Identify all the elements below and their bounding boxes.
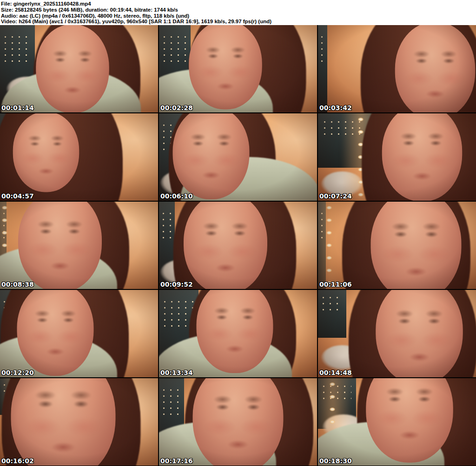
vignette-overlay (159, 202, 317, 289)
timestamp-overlay: 00:08:38 (1, 281, 34, 288)
vignette-overlay (159, 290, 317, 377)
timestamp-overlay: 00:09:52 (160, 281, 193, 288)
thumbnail-frame: 00:11:06 (318, 202, 476, 289)
vignette-overlay (0, 113, 158, 201)
vignette-overlay (159, 113, 317, 201)
timestamp-overlay: 00:14:48 (319, 369, 352, 376)
thumbnail-grid: 00:01:14 00:02:28 00:03:42 (0, 25, 476, 466)
contact-sheet: File: gingerlynx_202511160428.mp4 Size: … (0, 0, 476, 466)
thumbnail-frame: 00:07:24 (318, 113, 476, 201)
thumbnail-frame: 00:04:57 (0, 113, 158, 201)
timestamp-overlay: 00:13:34 (160, 369, 193, 376)
timestamp-overlay: 00:07:24 (319, 193, 352, 199)
timestamp-overlay: 00:11:06 (319, 281, 352, 288)
metadata-header: File: gingerlynx_202511160428.mp4 Size: … (0, 0, 476, 25)
thumbnail-frame: 00:13:34 (159, 290, 317, 377)
timestamp-overlay: 00:02:28 (160, 105, 193, 111)
timestamp-overlay: 00:03:42 (319, 105, 352, 111)
thumbnail-frame: 00:18:30 (318, 378, 476, 466)
thumbnail-frame: 00:12:20 (0, 290, 158, 377)
thumbnail-frame: 00:16:02 (0, 378, 158, 466)
vignette-overlay (159, 25, 317, 112)
vignette-overlay (318, 25, 476, 112)
vignette-overlay (159, 378, 317, 466)
timestamp-overlay: 00:06:10 (160, 193, 193, 199)
thumbnail-frame: 00:17:16 (159, 378, 317, 466)
timestamp-overlay: 00:17:16 (160, 458, 193, 464)
thumbnail-frame: 00:01:14 (0, 25, 158, 112)
timestamp-overlay: 00:01:14 (1, 105, 34, 111)
vignette-overlay (0, 378, 158, 466)
thumbnail-frame: 00:02:28 (159, 25, 317, 112)
thumbnail-frame: 00:06:10 (159, 113, 317, 201)
thumbnail-frame: 00:14:48 (318, 290, 476, 377)
video-info-line: Video: h264 (Main) (avc1 / 0x31637661), … (1, 19, 476, 25)
thumbnail-frame: 00:03:42 (318, 25, 476, 112)
thumbnail-frame: 00:08:38 (0, 202, 158, 289)
audio-info-line: Audio: aac (LC) (mp4a / 0x6134706D), 480… (1, 13, 476, 19)
timestamp-overlay: 00:18:30 (319, 458, 352, 464)
vignette-overlay (318, 202, 476, 289)
file-info-line: File: gingerlynx_202511160428.mp4 (1, 1, 476, 7)
vignette-overlay (318, 378, 476, 466)
vignette-overlay (0, 25, 158, 112)
timestamp-overlay: 00:16:02 (1, 458, 34, 464)
size-info-line: Size: 258128245 bytes (246 MiB), duratio… (1, 7, 476, 13)
vignette-overlay (0, 202, 158, 289)
timestamp-overlay: 00:04:57 (1, 193, 34, 199)
vignette-overlay (318, 113, 476, 201)
vignette-overlay (318, 290, 476, 377)
vignette-overlay (0, 290, 158, 377)
thumbnail-frame: 00:09:52 (159, 202, 317, 289)
timestamp-overlay: 00:12:20 (1, 369, 34, 376)
